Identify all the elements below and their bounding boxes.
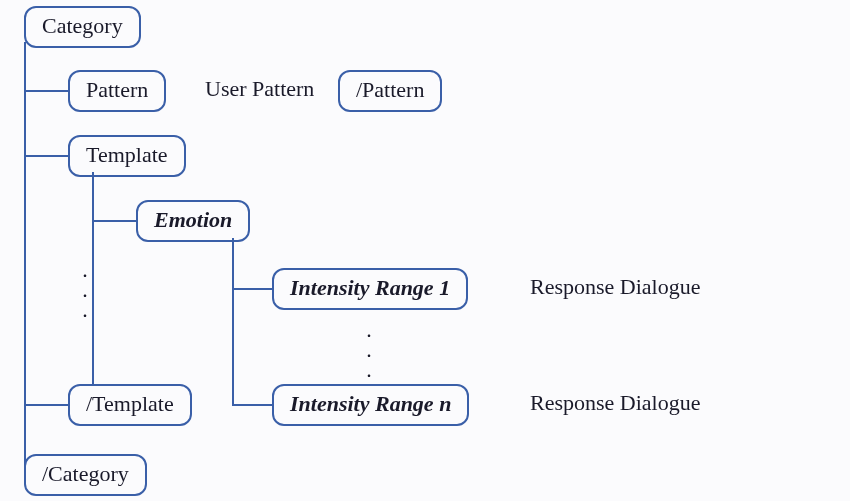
- node-label: Category: [42, 13, 123, 38]
- branch-to-pattern: [24, 90, 68, 92]
- node-pattern-close: /Pattern: [338, 70, 442, 112]
- branch-to-emotion: [92, 220, 136, 222]
- trunk-emotion: [232, 238, 234, 406]
- branch-to-intensity-1: [232, 288, 272, 290]
- node-category-open: Category: [24, 6, 141, 48]
- node-template-close: /Template: [68, 384, 192, 426]
- label-text: Response Dialogue: [530, 274, 700, 299]
- label-user-pattern: User Pattern: [205, 76, 314, 102]
- trunk-root: [24, 42, 26, 474]
- ellipsis-text: . . .: [82, 257, 88, 322]
- label-response-1: Response Dialogue: [530, 274, 700, 300]
- node-label: /Template: [86, 391, 174, 416]
- branch-to-intensity-n: [232, 404, 272, 406]
- label-text: Response Dialogue: [530, 390, 700, 415]
- ellipsis-intensity: . . .: [364, 320, 374, 379]
- branch-to-template-close: [24, 404, 68, 406]
- label-response-n: Response Dialogue: [530, 390, 700, 416]
- node-label: Emotion: [154, 207, 232, 232]
- node-label: /Category: [42, 461, 129, 486]
- node-label: Intensity Range n: [290, 391, 451, 416]
- node-intensity-n: Intensity Range n: [272, 384, 469, 426]
- node-pattern-open: Pattern: [68, 70, 166, 112]
- label-text: User Pattern: [205, 76, 314, 101]
- branch-to-template: [24, 155, 68, 157]
- node-label: /Pattern: [356, 77, 424, 102]
- node-template-open: Template: [68, 135, 186, 177]
- node-emotion: Emotion: [136, 200, 250, 242]
- node-intensity-1: Intensity Range 1: [272, 268, 468, 310]
- node-label: Template: [86, 142, 168, 167]
- trunk-template: [92, 172, 94, 404]
- node-label: Intensity Range 1: [290, 275, 450, 300]
- node-label: Pattern: [86, 77, 148, 102]
- ellipsis-text: . . .: [366, 317, 372, 382]
- ellipsis-left: . . .: [80, 260, 90, 319]
- node-category-close: /Category: [24, 454, 147, 496]
